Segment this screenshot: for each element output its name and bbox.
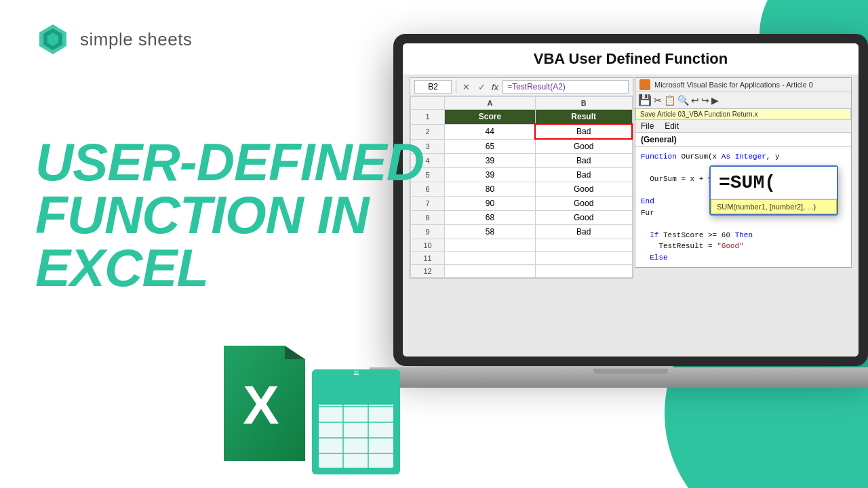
logo-text: simple sheets <box>80 29 192 50</box>
sum-popup: =SUM( SUM(number1, [number2], ...) <box>709 165 838 216</box>
result-cell[interactable]: Good <box>535 139 632 154</box>
result-header: Result <box>535 110 632 125</box>
formula-confirm-btn[interactable]: ✓ <box>476 82 488 92</box>
row-num: 1 <box>411 110 445 125</box>
vba-icon-copy[interactable]: 📋 <box>664 95 675 106</box>
score-cell[interactable]: 65 <box>445 139 536 154</box>
code-line: Else <box>641 252 846 264</box>
vba-icon-save[interactable]: 💾 <box>638 94 652 106</box>
laptop-base <box>370 367 868 388</box>
table-row: 10 <box>411 239 633 252</box>
sum-formula: =SUM( <box>711 167 837 199</box>
vba-icon-cut[interactable]: ✂ <box>654 95 662 106</box>
score-cell <box>445 252 536 265</box>
code-line: TestResult = "Good" <box>641 241 846 252</box>
col-a-header: A <box>445 97 536 110</box>
menu-file[interactable]: File <box>641 121 654 131</box>
hero-text: USER-DEFINED FUNCTION IN EXCEL <box>35 136 424 294</box>
result-cell <box>535 265 632 278</box>
svg-rect-12 <box>319 390 393 405</box>
table-row: 11 <box>411 252 633 265</box>
score-cell[interactable]: 68 <box>445 211 536 225</box>
vba-editor-title-bar: Microsoft Visual Basic for Applications … <box>635 78 851 92</box>
score-cell[interactable]: 39 <box>445 154 536 168</box>
svg-text:X: X <box>243 375 279 435</box>
result-cell[interactable]: Good <box>535 197 632 211</box>
save-tooltip: Save Article 03_VBA Function Return.x <box>635 108 851 120</box>
laptop-frame: VBA User Defined Function B2 ✕ ✓ fx =Tes… <box>393 34 868 366</box>
table-row: 6 80 Good <box>411 182 633 197</box>
vba-menu-bar: File Edit <box>635 120 851 133</box>
code-line: If TestScore >= 60 Then <box>641 230 846 241</box>
score-cell[interactable]: 80 <box>445 182 536 197</box>
score-cell[interactable]: 58 <box>445 225 536 239</box>
table-row: 3 65 Good <box>411 139 633 154</box>
formula-value[interactable]: =TestResult(A2) <box>502 80 629 94</box>
menu-edit[interactable]: Edit <box>665 121 679 131</box>
score-cell[interactable]: 44 <box>445 124 536 139</box>
excel-spreadsheet: B2 ✕ ✓ fx =TestResult(A2) A <box>410 77 633 279</box>
col-b-header: B <box>535 97 632 110</box>
code-line: Function OurSum(x As Integer, y <box>641 151 846 163</box>
vba-title: VBA User Defined Function <box>403 43 859 75</box>
vba-icon-undo[interactable]: ↩ <box>691 95 699 106</box>
hero-title-line3: EXCEL <box>35 241 424 294</box>
result-cell <box>535 252 632 265</box>
logo-icon <box>35 22 71 57</box>
formula-cancel-btn[interactable]: ✕ <box>460 82 472 92</box>
table-row: 7 90 Good <box>411 197 633 211</box>
score-cell[interactable]: 39 <box>445 168 536 182</box>
vba-icon-run[interactable]: ▶ <box>711 95 719 106</box>
laptop-notch <box>593 369 668 374</box>
result-cell[interactable]: Good <box>535 211 632 225</box>
vba-icon-redo[interactable]: ↪ <box>701 95 709 106</box>
table-row: 2 44 Bad <box>411 124 633 139</box>
formula-bar: B2 ✕ ✓ fx =TestResult(A2) <box>410 78 633 96</box>
code-line <box>641 218 846 230</box>
hero-title-line1: USER-DEFINED <box>35 136 424 188</box>
cell-reference[interactable]: B2 <box>414 80 452 94</box>
table-row: 4 39 Bad <box>411 154 633 168</box>
vba-editor-title: Microsoft Visual Basic for Applications … <box>654 81 813 89</box>
laptop: VBA User Defined Function B2 ✕ ✓ fx =Tes… <box>393 34 868 474</box>
corner-header <box>411 97 445 110</box>
result-cell <box>535 239 632 252</box>
result-cell[interactable]: Bad <box>535 225 632 239</box>
laptop-screen: VBA User Defined Function B2 ✕ ✓ fx =Tes… <box>403 43 859 357</box>
header: simple sheets <box>35 22 192 57</box>
table-row: 9 58 Bad <box>411 225 633 239</box>
vba-toolbar: 💾 ✂ 📋 🔍 ↩ ↪ ▶ <box>635 92 851 108</box>
excel-grid-icon: ≡ <box>312 369 400 474</box>
excel-icons: X ≡ <box>217 346 400 474</box>
svg-text:≡: ≡ <box>353 369 359 378</box>
formula-divider <box>456 81 456 93</box>
table-row: 1 Score Result <box>411 110 633 125</box>
table-row: 8 68 Good <box>411 211 633 225</box>
vba-icon-find[interactable]: 🔍 <box>677 95 689 106</box>
result-cell[interactable]: Bad <box>535 168 632 182</box>
sum-tooltip: SUM(number1, [number2], ...) <box>711 199 837 214</box>
table-row: 5 39 Bad <box>411 168 633 182</box>
excel-grid: A B 1 Score Result <box>410 96 633 278</box>
score-cell <box>445 239 536 252</box>
vba-icon <box>639 79 650 90</box>
vba-module-label: (General) <box>635 133 851 147</box>
table-row: 12 <box>411 265 633 278</box>
fx-label: fx <box>492 82 498 92</box>
result-cell[interactable]: Bad <box>535 124 632 139</box>
save-tooltip-text: Save Article 03_VBA Function Return.x <box>640 110 757 118</box>
result-cell[interactable]: Bad <box>535 154 632 168</box>
score-header: Score <box>445 110 536 125</box>
excel-x-icon: X <box>217 346 326 474</box>
score-cell <box>445 265 536 278</box>
hero-title-line2: FUNCTION IN <box>35 188 424 241</box>
screen-content: VBA User Defined Function B2 ✕ ✓ fx =Tes… <box>403 43 859 357</box>
result-cell[interactable]: Good <box>535 182 632 197</box>
score-cell[interactable]: 90 <box>445 197 536 211</box>
